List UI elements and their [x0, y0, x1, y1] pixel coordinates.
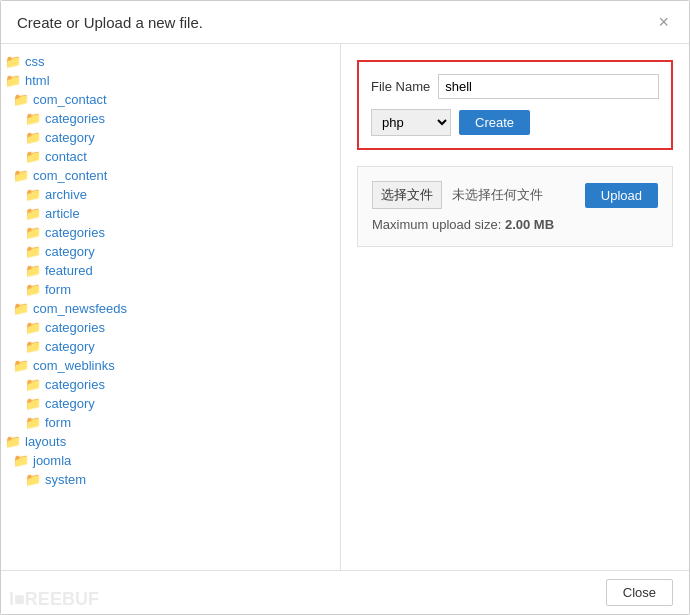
tree-item[interactable]: 📁html: [1, 71, 340, 90]
tree-item-label: css: [25, 54, 45, 69]
close-button[interactable]: Close: [606, 579, 673, 606]
folder-icon: 📁: [25, 225, 41, 240]
tree-item[interactable]: 📁categories: [1, 318, 340, 337]
tree-item[interactable]: 📁contact: [1, 147, 340, 166]
no-file-text: 未选择任何文件: [452, 186, 543, 204]
folder-icon: 📁: [13, 92, 29, 107]
folder-icon: 📁: [25, 130, 41, 145]
folder-icon: 📁: [25, 415, 41, 430]
folder-icon: 📁: [25, 339, 41, 354]
tree-panel[interactable]: 📁css📁html📁com_contact📁categories📁categor…: [1, 44, 341, 570]
tree-item-label: categories: [45, 320, 105, 335]
folder-icon: 📁: [25, 472, 41, 487]
folder-icon: 📁: [25, 206, 41, 221]
tree-item-label: contact: [45, 149, 87, 164]
folder-icon: 📁: [13, 358, 29, 373]
tree-item-label: archive: [45, 187, 87, 202]
tree-item[interactable]: 📁archive: [1, 185, 340, 204]
tree-item[interactable]: 📁featured: [1, 261, 340, 280]
tree-item[interactable]: 📁com_content: [1, 166, 340, 185]
max-upload-value: 2.00 MB: [505, 217, 554, 232]
tree-item[interactable]: 📁article: [1, 204, 340, 223]
tree-item-label: article: [45, 206, 80, 221]
tree-item[interactable]: 📁category: [1, 242, 340, 261]
tree-item[interactable]: 📁category: [1, 394, 340, 413]
tree-item-label: category: [45, 130, 95, 145]
close-x-button[interactable]: ×: [654, 13, 673, 31]
tree-item-label: com_weblinks: [33, 358, 115, 373]
file-name-input[interactable]: [438, 74, 659, 99]
tree-item-label: form: [45, 415, 71, 430]
tree-item[interactable]: 📁com_newsfeeds: [1, 299, 340, 318]
folder-icon: 📁: [5, 73, 21, 88]
folder-icon: 📁: [25, 377, 41, 392]
dialog-header: Create or Upload a new file. ×: [1, 1, 689, 44]
folder-icon: 📁: [25, 111, 41, 126]
dialog: Create or Upload a new file. × 📁css📁html…: [0, 0, 690, 615]
folder-icon: 📁: [5, 434, 21, 449]
tree-item-label: system: [45, 472, 86, 487]
tree-item-label: featured: [45, 263, 93, 278]
tree-item[interactable]: 📁categories: [1, 109, 340, 128]
tree-item[interactable]: 📁form: [1, 413, 340, 432]
tree-item[interactable]: 📁joomla: [1, 451, 340, 470]
tree-item-label: categories: [45, 225, 105, 240]
ext-select[interactable]: phphtmltxtjscss: [371, 109, 451, 136]
dialog-body: 📁css📁html📁com_contact📁categories📁categor…: [1, 44, 689, 570]
tree-item[interactable]: 📁category: [1, 128, 340, 147]
dialog-title: Create or Upload a new file.: [17, 14, 203, 31]
tree-item-label: com_newsfeeds: [33, 301, 127, 316]
folder-icon: 📁: [13, 453, 29, 468]
folder-icon: 📁: [13, 301, 29, 316]
folder-icon: 📁: [25, 187, 41, 202]
upload-row: 选择文件 未选择任何文件 Upload: [372, 181, 658, 209]
tree-item-label: category: [45, 244, 95, 259]
max-upload-text: Maximum upload size: 2.00 MB: [372, 217, 658, 232]
tree-item[interactable]: 📁com_contact: [1, 90, 340, 109]
right-panel: File Name phphtmltxtjscss Create 选择文件 未选…: [341, 44, 689, 570]
tree-item-label: category: [45, 396, 95, 411]
folder-icon: 📁: [25, 396, 41, 411]
tree-item[interactable]: 📁layouts: [1, 432, 340, 451]
tree-item-label: com_content: [33, 168, 107, 183]
upload-section: 选择文件 未选择任何文件 Upload Maximum upload size:…: [357, 166, 673, 247]
tree-item-label: joomla: [33, 453, 71, 468]
tree-item-label: layouts: [25, 434, 66, 449]
folder-icon: 📁: [25, 282, 41, 297]
tree-item-label: com_contact: [33, 92, 107, 107]
tree-item-label: categories: [45, 111, 105, 126]
tree-item[interactable]: 📁categories: [1, 223, 340, 242]
tree-item-label: categories: [45, 377, 105, 392]
folder-icon: 📁: [13, 168, 29, 183]
folder-icon: 📁: [25, 320, 41, 335]
create-button[interactable]: Create: [459, 110, 530, 135]
folder-icon: 📁: [25, 263, 41, 278]
create-section: File Name phphtmltxtjscss Create: [357, 60, 673, 150]
upload-button[interactable]: Upload: [585, 183, 658, 208]
folder-icon: 📁: [5, 54, 21, 69]
tree-item[interactable]: 📁category: [1, 337, 340, 356]
tree-item[interactable]: 📁css: [1, 52, 340, 71]
choose-file-button[interactable]: 选择文件: [372, 181, 442, 209]
tree-item-label: category: [45, 339, 95, 354]
ext-row: phphtmltxtjscss Create: [371, 109, 659, 136]
create-row: File Name: [371, 74, 659, 99]
folder-icon: 📁: [25, 149, 41, 164]
tree-item[interactable]: 📁com_weblinks: [1, 356, 340, 375]
tree-item[interactable]: 📁system: [1, 470, 340, 489]
tree-item-label: form: [45, 282, 71, 297]
tree-item-label: html: [25, 73, 50, 88]
tree-item[interactable]: 📁categories: [1, 375, 340, 394]
folder-icon: 📁: [25, 244, 41, 259]
dialog-footer: Close: [1, 570, 689, 614]
tree-item[interactable]: 📁form: [1, 280, 340, 299]
file-name-label: File Name: [371, 79, 430, 94]
